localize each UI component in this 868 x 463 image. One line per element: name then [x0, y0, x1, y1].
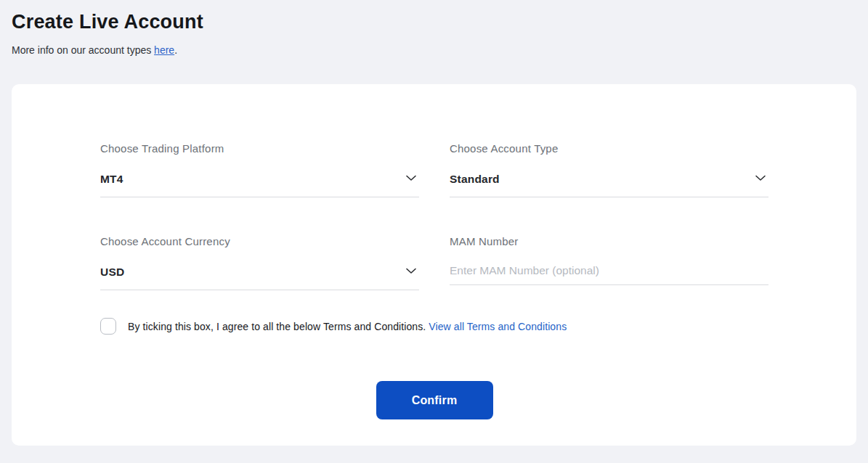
- terms-row: By ticking this box, I agree to all the …: [100, 318, 768, 335]
- confirm-button[interactable]: Confirm: [376, 381, 493, 419]
- field-mam-number: MAM Number: [450, 235, 768, 290]
- page-header: Create Live Account More info on our acc…: [0, 0, 868, 56]
- mam-number-label: MAM Number: [450, 235, 768, 247]
- page-title: Create Live Account: [12, 9, 856, 34]
- terms-text: By ticking this box, I agree to all the …: [128, 321, 567, 332]
- subtitle-text: More info on our account types: [12, 44, 154, 56]
- account-form: Choose Trading Platform MT4 Choose Accou…: [100, 142, 768, 290]
- create-account-card: Choose Trading Platform MT4 Choose Accou…: [12, 84, 856, 446]
- page-subtitle: More info on our account types here.: [12, 44, 856, 56]
- trading-platform-value: MT4: [100, 173, 123, 186]
- account-type-value: Standard: [450, 173, 500, 186]
- terms-checkbox[interactable]: [100, 318, 116, 335]
- account-type-label: Choose Account Type: [450, 142, 768, 155]
- mam-number-control: [450, 264, 768, 285]
- mam-number-input[interactable]: [450, 264, 768, 277]
- field-account-type: Choose Account Type Standard: [450, 142, 768, 197]
- account-currency-value: USD: [100, 266, 124, 279]
- button-row: Confirm: [100, 381, 768, 419]
- account-currency-select[interactable]: USD: [100, 264, 419, 290]
- trading-platform-select[interactable]: MT4: [100, 171, 419, 197]
- trading-platform-label: Choose Trading Platform: [100, 142, 419, 155]
- account-type-select[interactable]: Standard: [450, 171, 768, 197]
- field-trading-platform: Choose Trading Platform MT4: [100, 142, 419, 197]
- chevron-down-icon: [405, 171, 419, 187]
- terms-agree-text: By ticking this box, I agree to all the …: [128, 321, 429, 332]
- subtitle-period: .: [174, 44, 177, 56]
- chevron-down-icon: [405, 264, 419, 280]
- view-terms-link[interactable]: View all Terms and Conditions: [429, 321, 567, 332]
- account-currency-label: Choose Account Currency: [100, 235, 419, 247]
- chevron-down-icon: [754, 171, 768, 187]
- field-account-currency: Choose Account Currency USD: [100, 235, 419, 290]
- account-types-link[interactable]: here: [154, 44, 174, 56]
